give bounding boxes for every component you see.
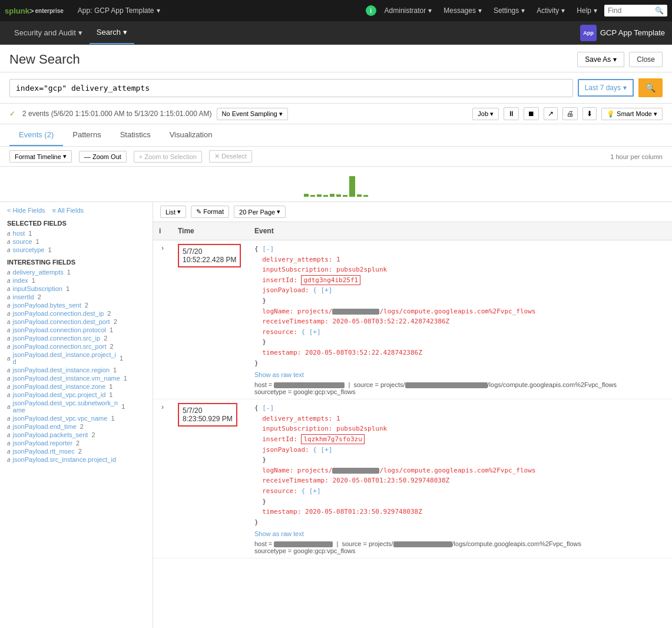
field-delivery-attempts[interactable]: a delivery_attempts 1 [7, 268, 145, 276]
field-dest-vm-name-link[interactable]: jsonPayload.dest_instance.vm_name [13, 375, 120, 382]
field-jsonPayload-bytes-sent[interactable]: a jsonPayload.bytes_sent 2 [7, 301, 145, 309]
list-button[interactable]: List ▾ [160, 206, 186, 218]
field-sourcetype-link[interactable]: sourcetype [13, 246, 45, 253]
field-dest-vpc-subnetwork[interactable]: a jsonPayload.dest_vpc.subnetwork_name 1 [7, 399, 145, 414]
hide-fields-button[interactable]: < Hide Fields [7, 207, 45, 214]
field-delivery-attempts-link[interactable]: delivery_attempts [13, 269, 64, 276]
event-1-collapse-icon[interactable]: [-] [262, 245, 274, 253]
field-end-time[interactable]: a jsonPayload.end_time 2 [7, 422, 145, 431]
field-dest-region[interactable]: a jsonPayload.dest_instance.region 1 [7, 366, 145, 374]
sampling-button[interactable]: No Event Sampling ▾ [217, 108, 288, 120]
admin-dropdown[interactable]: Administrator ▾ [380, 4, 437, 17]
close-button[interactable]: Close [629, 52, 663, 67]
save-as-button[interactable]: Save As ▾ [577, 52, 624, 67]
search-nav[interactable]: Search ▾ [90, 21, 134, 44]
find-input[interactable] [608, 6, 655, 15]
field-index[interactable]: a index 1 [7, 276, 145, 285]
tab-events[interactable]: Events (2) [9, 124, 63, 146]
field-rtt-msec[interactable]: a jsonPayload.rtt_msec 2 [7, 447, 145, 455]
field-dest-port-link[interactable]: jsonPayload.connection.dest_port [13, 318, 110, 325]
messages-dropdown[interactable]: Messages ▾ [439, 4, 486, 17]
field-src-ip-link[interactable]: jsonPayload.connection.src_ip [13, 335, 101, 342]
field-dest-vpc-project-id[interactable]: a jsonPayload.dest_vpc.project_id 1 [7, 391, 145, 399]
security-audit-nav[interactable]: Security and Audit ▾ [7, 21, 90, 44]
field-dest-vpc-name[interactable]: a jsonPayload.dest_vpc.vpc_name 1 [7, 414, 145, 422]
field-connection-src-ip[interactable]: a jsonPayload.connection.src_ip 2 [7, 334, 145, 342]
field-dest-ip-link[interactable]: jsonPayload.connection.dest_ip [13, 310, 104, 317]
field-inputSubscription-link[interactable]: inputSubscription [13, 285, 62, 292]
field-packets-sent[interactable]: a jsonPayload.packets_sent 2 [7, 431, 145, 439]
field-src-port-link[interactable]: jsonPayload.connection.src_port [13, 343, 107, 350]
job-button[interactable]: Job ▾ [472, 108, 499, 120]
settings-dropdown[interactable]: Settings ▾ [489, 4, 529, 17]
field-dest-zone[interactable]: a jsonPayload.dest_instance.zone 1 [7, 382, 145, 391]
field-reporter-link[interactable]: jsonPayload.reporter [13, 439, 73, 447]
field-reporter[interactable]: a jsonPayload.reporter 2 [7, 439, 145, 447]
zoom-selection-button[interactable]: + Zoom to Selection [134, 151, 202, 163]
info-column-header: i [153, 222, 172, 240]
field-dest-vpc-project-id-link[interactable]: jsonPayload.dest_vpc.project_id [13, 391, 106, 398]
event-1-expand-toggle[interactable]: › [153, 240, 172, 399]
print-button[interactable]: 🖨 [562, 107, 578, 120]
field-src-instance-project-id[interactable]: a jsonPayload.src_instance.project_id [7, 455, 145, 464]
timeline-bar [304, 194, 309, 197]
field-src-instance-project-id-link[interactable]: jsonPayload.src_instance.project_id [13, 456, 117, 463]
chevron-down-icon: ▾ [521, 6, 525, 15]
zoom-out-button[interactable]: — Zoom Out [79, 151, 127, 163]
field-source[interactable]: a source 1 [7, 237, 145, 246]
event-1-jsonpayload-expand[interactable]: { [+] [313, 286, 332, 294]
deselect-button[interactable]: ✕ Deselect [209, 150, 252, 163]
event-1-show-raw[interactable]: Show as raw text [254, 371, 304, 378]
format-button[interactable]: ✎ Format [191, 206, 229, 218]
field-inputSubscription[interactable]: a inputSubscription 1 [7, 285, 145, 293]
field-host[interactable]: a host 1 [7, 229, 145, 237]
search-button[interactable]: 🔍 [638, 78, 663, 97]
field-dest-project-id-link[interactable]: jsonPayload.dest_instance.project_id [13, 351, 117, 365]
field-connection-dest-port[interactable]: a jsonPayload.connection.dest_port 2 [7, 318, 145, 326]
field-connection-src-port[interactable]: a jsonPayload.connection.src_port 2 [7, 342, 145, 351]
event-2-show-raw[interactable]: Show as raw text [254, 530, 304, 537]
field-connection-dest-ip[interactable]: a jsonPayload.connection.dest_ip 2 [7, 309, 145, 318]
export-button[interactable]: ⬇ [582, 107, 597, 120]
field-dest-vm-name[interactable]: a jsonPayload.dest_instance.vm_name 1 [7, 374, 145, 382]
field-source-link[interactable]: source [13, 238, 32, 245]
event-2-jsonpayload-expand[interactable]: { [+] [313, 446, 332, 454]
event-2-expand-toggle[interactable]: › [153, 399, 172, 558]
time-range-button[interactable]: Last 7 days ▾ [578, 79, 634, 97]
help-dropdown[interactable]: Help ▾ [572, 4, 602, 17]
field-bytes-sent-link[interactable]: jsonPayload.bytes_sent [13, 302, 81, 309]
activity-dropdown[interactable]: Activity ▾ [532, 4, 570, 17]
field-index-link[interactable]: index [13, 277, 28, 284]
pause-button[interactable]: ⏸ [504, 107, 519, 120]
field-rtt-msec-link[interactable]: jsonPayload.rtt_msec [13, 448, 75, 455]
event-2-collapse-icon[interactable]: [-] [262, 404, 274, 412]
per-page-button[interactable]: 20 Per Page ▾ [234, 206, 286, 218]
app-dropdown[interactable]: App: GCP App Template ▾ [73, 4, 165, 17]
field-insertId-link[interactable]: insertId [13, 293, 34, 300]
tab-visualization[interactable]: Visualization [160, 124, 222, 146]
field-end-time-link[interactable]: jsonPayload.end_time [13, 423, 77, 430]
field-sourcetype[interactable]: a sourcetype 1 [7, 246, 145, 254]
field-dest-vpc-name-link[interactable]: jsonPayload.dest_vpc.vpc_name [13, 415, 108, 422]
field-packets-sent-link[interactable]: jsonPayload.packets_sent [13, 431, 88, 438]
all-fields-button[interactable]: ≡ All Fields [52, 207, 84, 214]
smart-mode-button[interactable]: 💡 Smart Mode ▾ [601, 108, 663, 120]
field-connection-protocol[interactable]: a jsonPayload.connection.protocol 1 [7, 326, 145, 334]
stop-button[interactable]: ⏹ [524, 107, 539, 120]
field-dest-zone-link[interactable]: jsonPayload.dest_instance.zone [13, 383, 106, 390]
tab-patterns[interactable]: Patterns [63, 124, 110, 146]
event-2-resource-expand[interactable]: { [+] [301, 487, 320, 495]
event-1-resource-expand[interactable]: { [+] [301, 328, 320, 336]
tab-statistics[interactable]: Statistics [111, 124, 160, 146]
field-dest-project-id[interactable]: a jsonPayload.dest_instance.project_id 1 [7, 351, 145, 366]
find-box[interactable]: 🔍 [604, 5, 667, 16]
search-input[interactable] [9, 79, 573, 97]
field-dest-region-link[interactable]: jsonPayload.dest_instance.region [13, 366, 110, 374]
field-insertId[interactable]: a insertId 2 [7, 293, 145, 301]
format-timeline-button[interactable]: Format Timeline ▾ [9, 150, 72, 163]
field-host-link[interactable]: host [13, 230, 25, 237]
field-protocol-link[interactable]: jsonPayload.connection.protocol [13, 326, 106, 333]
share-button[interactable]: ↗ [544, 107, 558, 120]
main-content: < Hide Fields ≡ All Fields SELECTED FIEL… [0, 202, 672, 628]
field-dest-vpc-subnetwork-link[interactable]: jsonPayload.dest_vpc.subnetwork_name [13, 399, 118, 414]
